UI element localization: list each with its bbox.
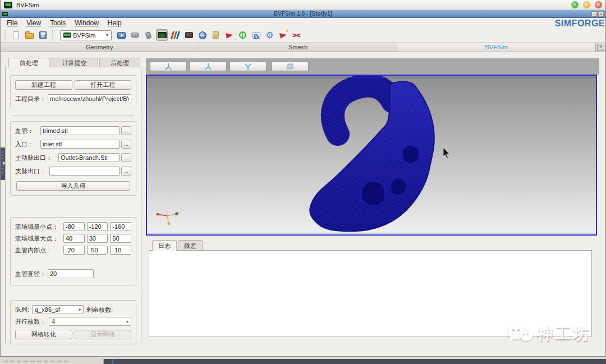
queue-select[interactable]: q_x86_sf	[32, 305, 84, 314]
folder-badge-icon	[212, 31, 219, 39]
module-selector-dropdown[interactable]: BVFSim	[60, 30, 112, 40]
simforge-logo: SIMFORGE	[555, 19, 605, 29]
inner-point-x-input[interactable]	[63, 246, 85, 255]
rgb-module-button[interactable]	[169, 29, 181, 41]
badge-module-button[interactable]	[250, 29, 262, 41]
globe-module-button[interactable]	[196, 29, 208, 41]
sphere-module-button[interactable]	[237, 29, 249, 41]
domain-min-y-input[interactable]	[87, 222, 108, 231]
taskbar-item[interactable]	[0, 359, 104, 364]
tab-close-icon[interactable]	[596, 43, 605, 52]
bvfsim-module-button[interactable]	[156, 29, 168, 41]
toolbar-grip	[52, 30, 54, 40]
boot-icon	[145, 31, 152, 39]
red-arrow-module-button[interactable]	[223, 29, 235, 41]
blue-display-icon	[117, 32, 126, 39]
domain-max-z-input[interactable]	[110, 234, 131, 243]
domain-max-y-input[interactable]	[87, 234, 108, 243]
inlet-browse-button[interactable]: ...	[121, 140, 131, 149]
cube-icon	[286, 63, 294, 71]
menu-view[interactable]: View	[22, 19, 45, 27]
aorta-outlet-label: 主动脉出口：	[15, 154, 57, 162]
open-folder-button[interactable]	[24, 29, 35, 41]
gear-icon	[265, 31, 273, 40]
open-folder-icon	[25, 33, 34, 39]
maximize-icon[interactable]	[583, 1, 590, 8]
toolbar-grip	[4, 30, 7, 40]
tab-postprocess[interactable]: 后处理	[99, 58, 140, 67]
tab-smesh[interactable]: Smesh	[199, 43, 398, 52]
menu-file[interactable]: File	[3, 19, 21, 27]
project-dir-label: 工程目录：	[15, 95, 46, 103]
gamepad-module-button[interactable]	[129, 29, 141, 41]
vessel-browse-button[interactable]: ...	[121, 126, 131, 135]
tab-log[interactable]: 日志	[152, 240, 177, 251]
window-title: BVFSim	[16, 2, 39, 8]
parallel-cores-select[interactable]: 4	[49, 317, 131, 326]
menu-help[interactable]: Help	[104, 19, 126, 27]
vessel-inner-point-label: 血管内部点：	[15, 246, 61, 255]
branch-outlet-input[interactable]	[49, 167, 120, 176]
chart-module-button[interactable]	[183, 29, 195, 41]
boot-module-button[interactable]	[143, 29, 154, 41]
queue-label: 队列:	[15, 306, 29, 314]
camera-chart-icon	[185, 32, 193, 38]
new-document-button[interactable]	[10, 29, 22, 41]
save-button[interactable]	[37, 29, 49, 41]
module-tabbar: Geometry Smesh BVFSim	[1, 43, 605, 52]
inlet-file-input[interactable]	[40, 140, 120, 149]
project-dir-input[interactable]	[48, 94, 131, 103]
minimize-icon[interactable]	[571, 1, 579, 8]
aorta-outlet-input[interactable]	[58, 153, 120, 162]
app-icon	[4, 2, 12, 8]
axis-view-button-3[interactable]	[229, 62, 267, 71]
left-panel: 前处理 计算提交 后处理 新建工程 打开工程 工程目录：	[5, 58, 141, 343]
menu-tools[interactable]: Tools	[46, 19, 70, 27]
desktop-taskbar	[0, 359, 606, 364]
aorta-outlet-browse-button[interactable]: ...	[121, 153, 131, 162]
menu-window[interactable]: Window	[71, 19, 103, 27]
inner-point-y-input[interactable]	[87, 246, 108, 255]
domain-min-x-input[interactable]	[63, 222, 85, 231]
blue-text-badge-icon	[252, 32, 260, 39]
vessel-diameter-input[interactable]	[48, 269, 94, 278]
vessel-file-input[interactable]	[40, 126, 120, 135]
watermark-text: 神工坊	[537, 323, 591, 344]
app-window: BVFSim BVFSim 1.0 - [Study1] File View T…	[0, 0, 606, 357]
chevron-down-icon	[106, 33, 108, 38]
right-area: 日志 残差	[146, 58, 599, 337]
red-arrow-star-button[interactable]	[277, 29, 289, 41]
domain-min-z-input[interactable]	[110, 222, 131, 231]
close-icon[interactable]	[595, 1, 602, 8]
branch-outlet-browse-button[interactable]: ...	[121, 167, 131, 176]
globe-icon	[199, 31, 206, 39]
settings-button[interactable]	[264, 29, 276, 41]
tab-residual[interactable]: 残差	[178, 240, 203, 251]
scissors-button[interactable]	[291, 29, 302, 41]
display-view-button[interactable]	[116, 29, 127, 41]
open-project-button[interactable]: 打开工程	[75, 80, 132, 90]
inner-point-z-input[interactable]	[110, 246, 131, 255]
axis-triad-icon	[164, 63, 172, 71]
branch-outlet-label: 支脉出口：	[15, 167, 48, 176]
new-document-icon	[13, 31, 19, 39]
tab-bvfsim[interactable]: BVFSim	[397, 43, 596, 52]
window-titlebar: BVFSim	[1, 0, 605, 10]
tab-preprocess[interactable]: 前处理	[8, 58, 49, 67]
vessel-file-label: 血管：	[15, 127, 39, 135]
cube-view-button[interactable]	[272, 62, 309, 71]
folder-module-button[interactable]	[210, 29, 222, 41]
viewport-3d[interactable]	[146, 75, 597, 236]
tab-geometry[interactable]: Geometry	[1, 43, 199, 52]
mesh-convert-button[interactable]: 网格转化	[15, 330, 72, 339]
import-geometry-button[interactable]: 导入几何	[16, 181, 130, 191]
bvfsim-module-mini-icon	[63, 33, 71, 38]
axis-view-button-1[interactable]	[150, 62, 187, 71]
axis-triad	[157, 211, 178, 225]
viewport-toolbar	[146, 58, 599, 75]
new-project-button[interactable]: 新建工程	[15, 80, 72, 90]
tab-compute-submit[interactable]: 计算提交	[50, 58, 98, 67]
domain-max-x-input[interactable]	[63, 234, 85, 243]
axis-view-button-2[interactable]	[190, 62, 227, 71]
inlet-file-label: 入口：	[15, 140, 39, 149]
